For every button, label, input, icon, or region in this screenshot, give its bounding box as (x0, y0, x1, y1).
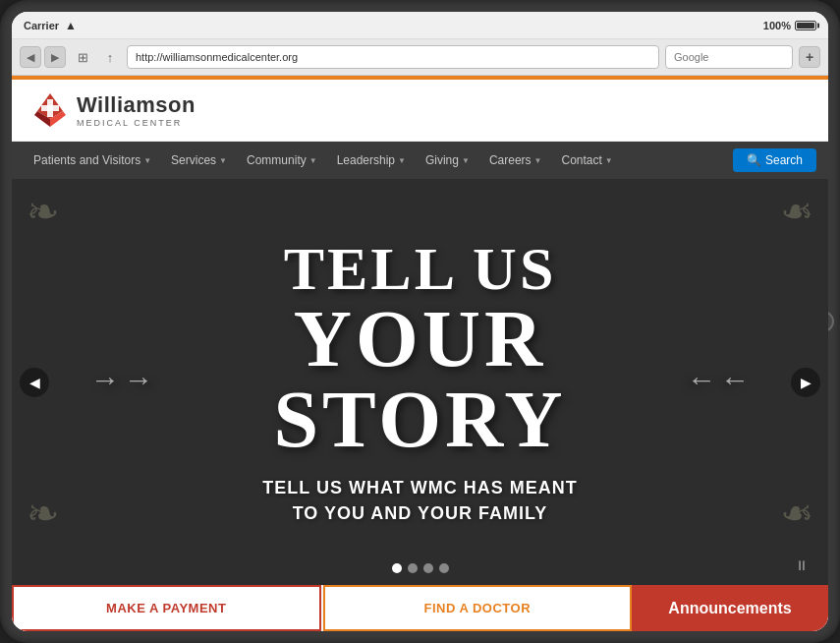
find-doctor-button[interactable]: FIND A DOCTOR (323, 585, 633, 631)
nav-community-arrow: ▼ (309, 156, 317, 165)
logo-icon (31, 91, 69, 129)
hero-subtitle-line2: TO YOU AND YOUR FAMILY (293, 503, 548, 523)
nav-item-leadership[interactable]: Leadership ▼ (327, 142, 416, 179)
search-icon: 🔍 (747, 153, 761, 167)
slider-dot-4[interactable] (439, 563, 449, 573)
nav-contact-arrow: ▼ (605, 156, 613, 165)
new-tab-button[interactable]: + (799, 46, 820, 68)
nav-community-label: Community (247, 153, 307, 167)
nav-item-patients[interactable]: Patients and Visitors ▼ (24, 142, 161, 179)
nav-item-community[interactable]: Community ▼ (237, 142, 327, 179)
nav-careers-arrow: ▼ (534, 156, 542, 165)
site-navigation: Patients and Visitors ▼ Services ▼ Commu… (12, 142, 828, 179)
nav-services-arrow: ▼ (219, 156, 227, 165)
website-content: Williamson MEDICAL CENTER Patients and V… (12, 80, 828, 631)
url-bar[interactable] (127, 45, 659, 69)
logo-text: Williamson MEDICAL CENTER (77, 92, 196, 128)
carrier-text: Carrier (24, 20, 59, 31)
nav-item-careers[interactable]: Careers ▼ (479, 142, 552, 179)
hero-story-text: YOUR STORY (167, 299, 673, 460)
battery-body (795, 21, 816, 30)
nav-buttons: ◀ ▶ (20, 46, 66, 68)
hero-subtitle-line1: TELL US WHAT WMC HAS MEANT (262, 478, 577, 497)
slider-dots (392, 563, 449, 573)
battery-indicator (795, 21, 816, 30)
wifi-icon: ▲ (65, 19, 77, 32)
hero-subtitle: TELL US WHAT WMC HAS MEANT TO YOU AND YO… (90, 476, 750, 525)
slider-dot-1[interactable] (392, 563, 402, 573)
status-bar: Carrier ▲ 100% (12, 12, 828, 39)
hero-slider: ❧ ❧ ❧ ❧ ◀ ▶ TELL US →→ YOUR STORY →→ TEL… (12, 179, 828, 585)
action-buttons: MAKE A PAYMENT FIND A DOCTOR (12, 585, 632, 631)
slider-next-button[interactable]: ▶ (791, 368, 820, 397)
tablet-screen: Carrier ▲ 100% ◀ ▶ (12, 12, 828, 631)
browser-chrome: ◀ ▶ ⊞ ↑ + (12, 39, 828, 76)
nav-patients-arrow: ▼ (143, 156, 151, 165)
nav-item-giving[interactable]: Giving ▼ (416, 142, 479, 179)
battery-fill (797, 23, 814, 29)
forward-button[interactable]: ▶ (44, 46, 66, 68)
tablet-frame: Carrier ▲ 100% ◀ ▶ (0, 0, 840, 643)
back-icon: ◀ (27, 51, 34, 64)
slider-dot-2[interactable] (408, 563, 418, 573)
nav-services-label: Services (171, 153, 216, 167)
nav-careers-label: Careers (489, 153, 532, 167)
nav-item-services[interactable]: Services ▼ (161, 142, 237, 179)
status-left: Carrier ▲ (24, 19, 77, 32)
battery-percent: 100% (763, 20, 791, 31)
slider-prev-button[interactable]: ◀ (20, 368, 49, 397)
search-button[interactable]: 🔍 Search (733, 148, 816, 172)
status-right: 100% (763, 20, 816, 31)
nav-item-contact[interactable]: Contact ▼ (552, 142, 623, 179)
logo-area: Williamson MEDICAL CENTER (31, 91, 809, 129)
hero-line1: TELL US (90, 238, 750, 299)
arrow-left-decoration: →→ (90, 365, 157, 394)
svg-rect-4 (41, 105, 59, 111)
announcements-button[interactable]: Announcements (632, 585, 828, 631)
search-label: Search (765, 153, 803, 167)
share-button[interactable]: ↑ (99, 46, 121, 68)
nav-patients-label: Patients and Visitors (33, 153, 140, 167)
search-input[interactable] (665, 45, 793, 69)
site-header: Williamson MEDICAL CENTER (12, 80, 828, 142)
logo-name: Williamson (77, 92, 196, 118)
nav-leadership-label: Leadership (337, 153, 395, 167)
bookmarks-button[interactable]: ⊞ (72, 46, 93, 68)
arrow-right-decoration: →→ (683, 365, 750, 394)
nav-contact-label: Contact (562, 153, 602, 167)
back-button[interactable]: ◀ (20, 46, 41, 68)
nav-giving-label: Giving (425, 153, 459, 167)
hero-line2: →→ YOUR STORY →→ (90, 299, 750, 460)
slider-dot-3[interactable] (423, 563, 433, 573)
bottom-section: MAKE A PAYMENT FIND A DOCTOR Announcemen… (12, 585, 828, 631)
nav-leadership-arrow: ▼ (398, 156, 406, 165)
logo-subtitle: MEDICAL CENTER (77, 118, 196, 128)
forward-icon: ▶ (51, 51, 59, 64)
nav-items-list: Patients and Visitors ▼ Services ▼ Commu… (24, 142, 733, 179)
hero-content: TELL US →→ YOUR STORY →→ TELL US WHAT WM… (12, 218, 828, 545)
nav-giving-arrow: ▼ (462, 156, 470, 165)
make-payment-button[interactable]: MAKE A PAYMENT (12, 585, 321, 631)
pause-button[interactable]: ⏸ (795, 557, 809, 573)
